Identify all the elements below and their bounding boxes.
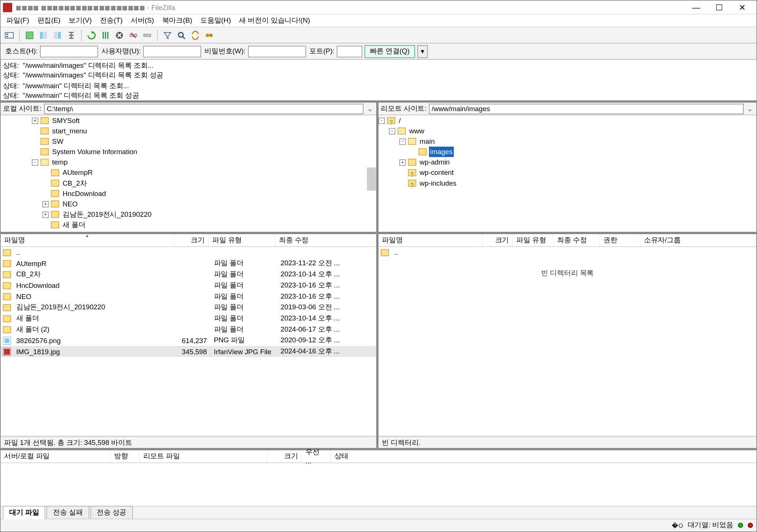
tree-label[interactable]: wp-content	[418, 167, 455, 178]
toggle-queue-button[interactable]	[65, 29, 77, 41]
file-row[interactable]: 38262576.png614,237PNG 파일2020-09-12 오후 .…	[1, 335, 376, 346]
tree-expander[interactable]: -	[389, 128, 395, 134]
tree-label[interactable]: images	[429, 147, 454, 157]
host-input[interactable]	[40, 46, 98, 57]
qcol-direction[interactable]: 방향	[111, 450, 140, 462]
tree-label[interactable]: wp-admin	[418, 157, 451, 167]
tab-failed[interactable]: 전송 실패	[47, 506, 89, 519]
tree-item[interactable]: wp-content	[378, 167, 756, 178]
toggle-remotetree-button[interactable]	[51, 29, 64, 41]
tree-item[interactable]: CB_2차	[1, 178, 376, 188]
tree-item[interactable]: -/	[378, 115, 756, 126]
tree-label[interactable]: start_menu	[51, 126, 88, 136]
col-owner[interactable]: 소유자/그룹	[640, 234, 756, 246]
file-row[interactable]: 새 폴더 (2)파일 폴더2024-06-17 오후 ...	[1, 324, 376, 335]
col-type[interactable]: 파일 유형	[209, 234, 275, 246]
tree-label[interactable]: www	[408, 126, 426, 136]
tree-label[interactable]: main	[418, 136, 436, 147]
tree-item[interactable]: 새 폴더	[1, 220, 376, 230]
tree-label[interactable]: temp	[51, 157, 69, 167]
tree-label[interactable]: 새 폴더	[61, 220, 87, 230]
qcol-status[interactable]: 상태	[331, 450, 757, 462]
local-filelist-body[interactable]: ..AUtempR파일 폴더2023-11-22 오전 ...CB_2차파일 폴…	[1, 247, 376, 436]
tree-label[interactable]: System Volume Information	[51, 147, 139, 157]
file-row[interactable]: 새 폴더파일 폴더2023-10-14 오후 ...	[1, 313, 376, 324]
tree-item[interactable]: +SMYSoft	[1, 115, 376, 126]
menu-edit[interactable]: 편집(E)	[34, 14, 64, 27]
col-name[interactable]: ▴파일명	[1, 234, 175, 246]
col-size[interactable]: 크기	[483, 234, 513, 246]
tree-item[interactable]: +김남돈_2019전시_20190220	[1, 209, 376, 220]
tree-label[interactable]: AUtempR	[61, 167, 94, 178]
tree-expander[interactable]: -	[32, 159, 38, 165]
file-row[interactable]: NEO파일 폴더2023-10-16 오후 ...	[1, 291, 376, 302]
tree-expander[interactable]: -	[399, 138, 406, 144]
tree-expander[interactable]: +	[42, 211, 49, 217]
tree-item[interactable]: +wp-admin	[378, 157, 756, 167]
tree-item[interactable]: SW	[1, 136, 376, 147]
status-log[interactable]: 상태: "/www/main/images" 디렉터리 목록 조회...상태: …	[1, 60, 757, 103]
process-queue-button[interactable]	[99, 29, 112, 41]
tree-item[interactable]: HncDownload	[1, 188, 376, 199]
tree-label[interactable]: SW	[51, 136, 65, 147]
maximize-button[interactable]: ☐	[708, 1, 731, 13]
remote-filelist-body[interactable]: .. 빈 디렉터리 목록	[378, 247, 756, 436]
tree-expander[interactable]: +	[42, 201, 49, 207]
qcol-file[interactable]: 서버/로컬 파일	[1, 450, 111, 462]
menu-server[interactable]: 서버(S)	[127, 14, 157, 27]
minimize-button[interactable]: ―	[684, 1, 708, 13]
tab-queued[interactable]: 대기 파일	[3, 506, 46, 519]
tree-item[interactable]: start_menu	[1, 126, 376, 136]
tree-label[interactable]: HncDownload	[61, 188, 107, 199]
menu-update[interactable]: 새 버전이 있습니다!(N)	[236, 14, 314, 27]
qcol-size[interactable]: 크기	[267, 450, 302, 462]
search-button[interactable]	[175, 29, 188, 41]
col-modified[interactable]: 최종 수정	[554, 234, 600, 246]
col-name[interactable]: 파일명	[378, 234, 483, 246]
tree-item[interactable]: +NEO	[1, 199, 376, 209]
menu-help[interactable]: 도움말(H)	[197, 14, 234, 27]
file-row[interactable]: CB_2차파일 폴더2023-10-14 오후 ...	[1, 269, 376, 280]
toggle-localtree-button[interactable]	[37, 29, 50, 41]
reconnect-button[interactable]	[141, 29, 153, 41]
local-tree[interactable]: +SMYSoftstart_menuSWSystem Volume Inform…	[1, 115, 376, 234]
tree-item[interactable]: images	[378, 147, 756, 157]
tree-label[interactable]: CB_2차	[61, 178, 88, 188]
local-path-input[interactable]	[44, 103, 363, 114]
qcol-remote[interactable]: 리모트 파일	[140, 450, 267, 462]
quickconnect-button[interactable]: 빠른 연결(Q)	[364, 45, 415, 57]
tree-label[interactable]: SMYSoft	[51, 115, 81, 126]
col-permissions[interactable]: 권한	[600, 234, 641, 246]
compare-button[interactable]	[203, 29, 216, 41]
tree-item[interactable]: -main	[378, 136, 756, 147]
disconnect-button[interactable]	[127, 29, 140, 41]
local-path-dropdown[interactable]: ⌄	[366, 104, 374, 113]
filter-button[interactable]	[161, 29, 174, 41]
tree-expander[interactable]: +	[32, 117, 38, 124]
file-row-up[interactable]: ..	[378, 247, 756, 258]
col-modified[interactable]: 최종 수정	[275, 234, 376, 246]
refresh-button[interactable]	[85, 29, 98, 41]
scrollbar-thumb[interactable]	[367, 167, 376, 191]
tree-label[interactable]: wp-includes	[418, 178, 457, 188]
tree-item[interactable]: wp-includes	[378, 178, 756, 188]
tree-item[interactable]: AUtempR	[1, 167, 376, 178]
toggle-log-button[interactable]	[23, 29, 36, 41]
menu-bookmarks[interactable]: 북마크(B)	[159, 14, 196, 27]
tree-item[interactable]: -temp	[1, 157, 376, 167]
sync-browse-button[interactable]	[189, 29, 201, 41]
menu-view[interactable]: 보기(V)	[65, 14, 95, 27]
tree-label[interactable]: /	[398, 115, 402, 126]
remote-path-input[interactable]	[429, 103, 744, 114]
file-row[interactable]: HncDownload파일 폴더2023-10-16 오후 ...	[1, 280, 376, 291]
tree-label[interactable]: 김남돈_2019전시_20190220	[61, 209, 153, 220]
remote-path-dropdown[interactable]: ⌄	[746, 104, 754, 113]
file-row[interactable]: ..	[1, 247, 376, 258]
qcol-priority[interactable]: 우선 ...	[302, 450, 331, 462]
quickconnect-history-button[interactable]: ▾	[417, 45, 427, 57]
file-row[interactable]: AUtempR파일 폴더2023-11-22 오전 ...	[1, 258, 376, 269]
col-type[interactable]: 파일 유형	[513, 234, 554, 246]
pass-input[interactable]	[248, 46, 306, 57]
col-size[interactable]: 크기	[174, 234, 209, 246]
sitemanager-button[interactable]	[3, 29, 16, 41]
